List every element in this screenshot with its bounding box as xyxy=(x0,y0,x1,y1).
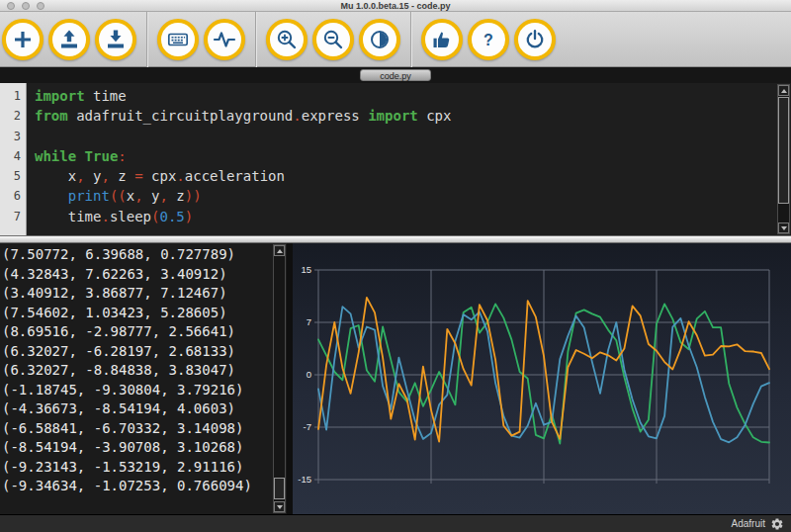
toolbar-button-theme[interactable] xyxy=(359,19,400,60)
upload-icon xyxy=(57,28,81,51)
toolbar-button-plotter[interactable] xyxy=(204,19,245,60)
repl-line: (-9.23143, -1.53219, 2.91116) xyxy=(2,458,287,478)
minimize-window-button[interactable] xyxy=(22,2,30,10)
zoom-window-button[interactable] xyxy=(37,2,44,10)
zoom-out-icon xyxy=(321,28,345,51)
scroll-up-icon[interactable] xyxy=(778,85,789,96)
svg-text:15: 15 xyxy=(301,264,311,275)
code-text-area[interactable]: import timefrom adafruit_circuitplaygrou… xyxy=(27,83,791,235)
svg-text:0: 0 xyxy=(307,369,311,380)
toolbar-separator xyxy=(410,12,411,67)
toolbar-button-zoom-in[interactable] xyxy=(266,19,308,60)
horizontal-splitter[interactable] xyxy=(0,235,791,243)
repl-line: (4.32843, 7.62263, 3.40912) xyxy=(2,265,287,285)
toolbar-button-check[interactable] xyxy=(421,19,463,60)
bottom-panes: (7.50772, 6.39688, 0.727789)(4.32843, 7.… xyxy=(0,243,791,514)
toolbar-button-help[interactable]: ? xyxy=(468,19,509,60)
repl-line: (6.32027, -8.84838, 3.83047) xyxy=(2,361,287,381)
editor-scrollbar-thumb[interactable] xyxy=(778,97,789,204)
repl-scrollbar-thumb[interactable] xyxy=(274,478,285,499)
status-bar: Adafruit xyxy=(0,514,791,532)
plotter-chart: 1570-7-15 xyxy=(293,243,791,514)
repl-line: (3.40912, 3.86877, 7.12467) xyxy=(2,284,287,304)
zoom-in-icon xyxy=(275,28,299,51)
code-line: import time xyxy=(35,86,791,106)
device-name: Adafruit xyxy=(732,518,765,529)
line-number: 6 xyxy=(0,186,26,206)
repl-line: (7.54602, 1.03423, 5.28605) xyxy=(2,304,287,323)
power-icon xyxy=(523,28,547,51)
line-number: 3 xyxy=(0,127,26,146)
plus-icon xyxy=(11,28,35,51)
toolbar-separator xyxy=(146,12,147,67)
code-line: time.sleep(0.5) xyxy=(35,207,791,226)
line-number: 2 xyxy=(0,106,26,126)
editor-scrollbar[interactable] xyxy=(777,84,790,234)
scroll-down-icon[interactable] xyxy=(778,222,789,233)
repl-line: (6.32027, -6.28197, 2.68133) xyxy=(2,342,287,362)
repl-line: (-9.34634, -1.07253, 0.766094) xyxy=(2,477,287,496)
repl-line: (-1.18745, -9.30804, 3.79216) xyxy=(2,381,287,400)
toolbar-group xyxy=(2,19,136,60)
toolbar: ? xyxy=(0,12,791,67)
toolbar-button-quit[interactable] xyxy=(514,19,556,60)
repl-line: (8.69516, -2.98777, 2.56641) xyxy=(2,322,287,342)
toolbar-button-zoom-out[interactable] xyxy=(312,19,354,60)
code-line xyxy=(35,127,791,146)
line-number: 7 xyxy=(0,207,26,226)
code-line: print((x, y, z)) xyxy=(35,186,791,206)
pulse-icon xyxy=(213,28,236,51)
serial-output-text: (7.50772, 6.39688, 0.727789)(4.32843, 7.… xyxy=(2,245,287,496)
toolbar-group: ? xyxy=(421,19,556,60)
window-controls xyxy=(7,2,44,10)
svg-text:?: ? xyxy=(483,31,493,47)
tab-bar: code.py xyxy=(0,67,791,83)
svg-text:-7: -7 xyxy=(304,421,311,432)
thumbs-up-icon xyxy=(430,28,454,51)
toolbar-button-repl[interactable] xyxy=(157,19,199,60)
line-number: 4 xyxy=(0,146,26,166)
tab-code-py[interactable]: code.py xyxy=(360,69,431,81)
serial-output-panel[interactable]: (7.50772, 6.39688, 0.727789)(4.32843, 7.… xyxy=(0,243,287,514)
gear-icon[interactable] xyxy=(770,517,784,531)
line-number-gutter: 1234567 xyxy=(0,83,27,235)
download-icon xyxy=(104,28,128,51)
line-number: 1 xyxy=(0,86,26,106)
code-editor[interactable]: 1234567 import timefrom adafruit_circuit… xyxy=(0,83,791,235)
repl-line: (-8.54194, -3.90708, 3.10268) xyxy=(2,438,287,458)
scroll-up-icon[interactable] xyxy=(274,245,285,256)
repl-scrollbar[interactable] xyxy=(273,244,286,513)
keyboard-icon xyxy=(166,28,190,51)
toolbar-button-load[interactable] xyxy=(48,19,90,60)
toolbar-separator xyxy=(255,12,256,67)
scroll-down-icon[interactable] xyxy=(274,501,285,512)
toolbar-group xyxy=(266,19,400,60)
repl-line: (7.50772, 6.39688, 0.727789) xyxy=(2,245,287,265)
code-line: from adafruit_circuitplayground.express … xyxy=(35,106,791,126)
close-window-button[interactable] xyxy=(7,2,15,10)
code-line: x, y, z = cpx.acceleration xyxy=(35,166,791,186)
plotter-panel: 1570-7-15 xyxy=(293,243,791,514)
svg-text:7: 7 xyxy=(307,316,311,327)
svg-text:-15: -15 xyxy=(298,474,311,485)
toolbar-button-new[interactable] xyxy=(2,19,44,60)
line-number: 5 xyxy=(0,166,26,186)
titlebar: Mu 1.0.0.beta.15 - code.py xyxy=(0,0,791,12)
mu-window: Mu 1.0.0.beta.15 - code.py ? code.py 123… xyxy=(0,0,791,532)
toolbar-group xyxy=(157,19,245,60)
code-line: while True: xyxy=(35,146,791,166)
question-icon: ? xyxy=(477,28,500,51)
repl-line: (-4.36673, -8.54194, 4.0603) xyxy=(2,399,287,419)
repl-line: (-6.58841, -6.70332, 3.14098) xyxy=(2,419,287,439)
window-title: Mu 1.0.0.beta.15 - code.py xyxy=(0,0,791,12)
contrast-icon xyxy=(368,28,392,51)
toolbar-button-save[interactable] xyxy=(95,19,136,60)
